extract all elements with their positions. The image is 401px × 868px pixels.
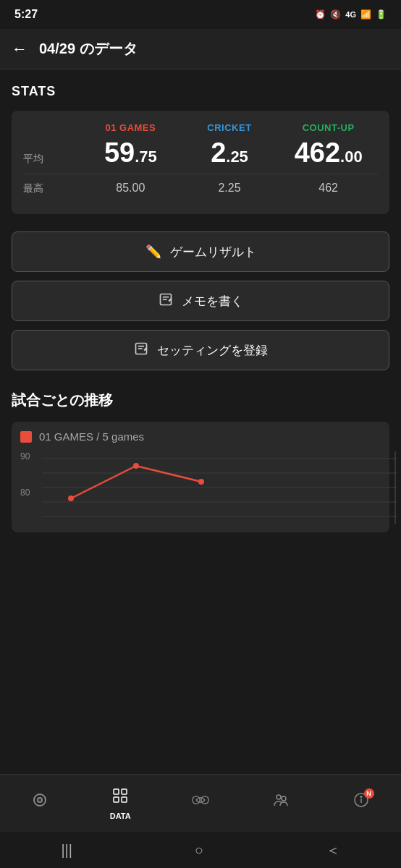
nav-data-label: DATA bbox=[110, 812, 131, 820]
alarm-icon: ⏰ bbox=[315, 9, 326, 20]
info-icon: N bbox=[353, 791, 370, 813]
stats-best-row: 最高 85.00 2.25 462 bbox=[23, 182, 378, 195]
page-title: 04/29 のデータ bbox=[39, 39, 138, 59]
home-button[interactable]: ○ bbox=[195, 842, 203, 859]
svg-point-12 bbox=[68, 495, 74, 501]
header: ← 04/29 のデータ bbox=[0, 29, 401, 69]
nav-item-info[interactable]: N bbox=[321, 791, 401, 816]
stats-average-row: 平均 59.75 2.25 462.00 bbox=[23, 139, 378, 166]
status-icons: ⏰ 🔇 4G 📶 🔋 bbox=[315, 9, 387, 20]
chart-legend-label: 01 GAMES / 5 games bbox=[39, 430, 144, 443]
best-cricket-value: 2.25 bbox=[180, 182, 279, 195]
register-settings-button[interactable]: セッティングを登録 bbox=[12, 330, 389, 370]
best-label: 最高 bbox=[23, 182, 81, 195]
recents-button[interactable]: ||| bbox=[61, 842, 72, 859]
back-sys-button[interactable]: ＜ bbox=[326, 841, 340, 860]
svg-point-14 bbox=[198, 479, 204, 485]
average-label: 平均 bbox=[23, 153, 81, 166]
nav-item-social[interactable] bbox=[240, 791, 321, 816]
nav-item-home[interactable] bbox=[0, 791, 80, 816]
svg-point-27 bbox=[360, 796, 362, 797]
game-results-button[interactable]: ✏️ ゲームリザルト bbox=[12, 231, 389, 272]
y-label-90: 90 bbox=[20, 451, 30, 461]
nav-badge-n: N bbox=[364, 788, 374, 799]
status-time: 5:27 bbox=[14, 8, 38, 21]
svg-rect-20 bbox=[122, 797, 127, 802]
register-settings-label: セッティングを登録 bbox=[157, 342, 268, 359]
chart-header: 01 GAMES / 5 games bbox=[20, 430, 381, 443]
main-content: STATS 01 GAMES CRICKET COUNT-UP 平均 59.75… bbox=[0, 69, 401, 774]
data-icon bbox=[111, 787, 129, 809]
chart-svg bbox=[42, 451, 381, 527]
col-01games-header: 01 GAMES bbox=[81, 122, 180, 133]
pencil-icon: ✏️ bbox=[145, 244, 161, 260]
game-icon bbox=[191, 791, 210, 813]
chart-y-labels: 90 80 bbox=[20, 451, 30, 524]
stats-header-row: 01 GAMES CRICKET COUNT-UP bbox=[23, 122, 378, 133]
settings-edit-icon bbox=[134, 341, 148, 359]
system-nav: ||| ○ ＜ bbox=[0, 832, 401, 868]
bottom-nav: DATA bbox=[0, 774, 401, 832]
chart-container: 01 GAMES / 5 games 90 80 bbox=[12, 422, 389, 532]
average-countup-value: 462.00 bbox=[279, 139, 378, 166]
svg-point-24 bbox=[282, 796, 286, 801]
back-button[interactable]: ← bbox=[12, 40, 28, 59]
best-01games-value: 85.00 bbox=[81, 182, 180, 195]
home-icon bbox=[31, 791, 48, 813]
col-countup-header: COUNT-UP bbox=[279, 122, 378, 133]
stats-divider bbox=[23, 174, 378, 174]
svg-rect-18 bbox=[122, 789, 127, 794]
signal-icon: 📶 bbox=[360, 9, 371, 20]
best-countup-value: 462 bbox=[279, 182, 378, 195]
nav-item-data[interactable]: DATA bbox=[80, 787, 161, 820]
social-icon bbox=[272, 791, 290, 813]
write-memo-button[interactable]: メモを書く bbox=[12, 281, 389, 321]
y-label-80: 80 bbox=[20, 488, 30, 498]
memo-icon bbox=[159, 292, 173, 310]
svg-point-16 bbox=[38, 798, 42, 802]
mute-icon: 🔇 bbox=[330, 9, 341, 20]
svg-point-23 bbox=[277, 795, 281, 799]
write-memo-label: メモを書く bbox=[182, 293, 243, 310]
col-cricket-header: CRICKET bbox=[180, 122, 279, 133]
svg-rect-19 bbox=[114, 797, 119, 802]
action-buttons-section: ✏️ ゲームリザルト メモを書く bbox=[12, 231, 389, 370]
stats-card: 01 GAMES CRICKET COUNT-UP 平均 59.75 2.25 … bbox=[12, 111, 389, 214]
average-01games-value: 59.75 bbox=[81, 139, 180, 166]
chart-section-title: 試合ごとの推移 bbox=[12, 391, 389, 410]
chart-legend-box bbox=[20, 431, 32, 443]
battery-icon: 🔋 bbox=[376, 9, 387, 20]
svg-rect-17 bbox=[114, 789, 119, 794]
svg-point-13 bbox=[133, 463, 139, 469]
status-bar: 5:27 ⏰ 🔇 4G 📶 🔋 bbox=[0, 0, 401, 29]
stats-section-label: STATS bbox=[12, 84, 389, 99]
svg-point-15 bbox=[34, 794, 46, 806]
average-cricket-value: 2.25 bbox=[180, 139, 279, 166]
nav-item-game[interactable] bbox=[161, 791, 241, 816]
network-4g-icon: 4G bbox=[345, 10, 356, 19]
chart-area: 90 80 bbox=[20, 451, 381, 524]
game-results-label: ゲームリザルト bbox=[170, 244, 256, 260]
